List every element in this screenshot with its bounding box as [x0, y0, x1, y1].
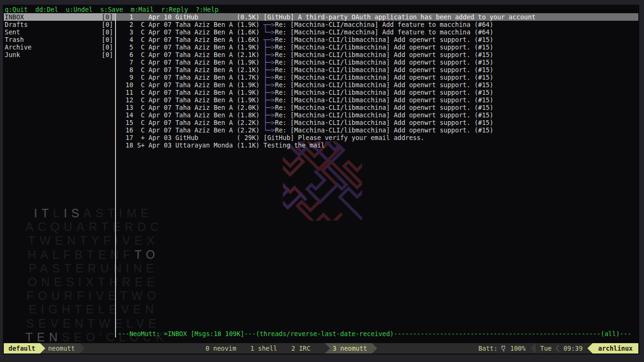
mail-row[interactable]: 5 C Apr 07 Taha Aziz Ben A (1.9K) ├─>Re:… — [116, 43, 638, 51]
mail-row-meta: 15 C Apr 07 Taha Aziz Ben A (2.2K) — [118, 119, 264, 126]
thread-tree-arrow: ├─> — [264, 51, 275, 58]
thread-tree-arrow: ├─> — [264, 81, 275, 89]
help-item: q:Quit — [5, 6, 28, 13]
mailbox-count: [0] — [102, 43, 113, 51]
neomutt-status-bar: ---NeoMutt: =INBOX [Msgs:18 109K]---(thr… — [116, 330, 638, 337]
tmux-session-name[interactable]: default — [4, 343, 40, 354]
mail-subject: Re: [Macchina-CLI/libmacchina] Add openw… — [275, 66, 493, 74]
sidebar-item-junk[interactable]: Junk[0] — [4, 51, 115, 58]
mailbox-count: [0] — [102, 13, 113, 21]
mail-subject: Re: [Macchina-CLI/macchina] Add feature … — [275, 28, 493, 36]
day-of-week: Tue — [540, 343, 552, 354]
mailbox-name: Trash — [5, 36, 24, 43]
mail-row[interactable]: 10 C Apr 07 Taha Aziz Ben A (1.9K) ├─>Re… — [116, 81, 638, 89]
help-item: ?:Help — [196, 6, 219, 13]
mail-row[interactable]: 16 C Apr 07 Taha Aziz Ben A (2.2K) └─>Re… — [116, 126, 638, 134]
help-item: u:Undel — [66, 6, 93, 13]
mail-row-meta: 2 C Apr 07 Taha Aziz Ben A (1.9K) — [118, 21, 264, 28]
powerline-arrow-icon — [587, 343, 593, 354]
powerline-arrow-icon — [530, 343, 536, 354]
mail-row[interactable]: 4 C Apr 07 Taha Aziz Ben A (1.6K) ┬─>Re:… — [116, 36, 638, 43]
powerline-arrow-icon — [372, 343, 377, 354]
thread-tree-arrow: ┬─> — [264, 36, 275, 43]
sidebar-item-inbox[interactable]: INBOX[0] — [4, 13, 115, 21]
mail-row-meta: 8 C Apr 07 Taha Aziz Ben A (2.1K) — [118, 66, 264, 74]
mail-subject: Re: [Macchina-CLI/libmacchina] Add openw… — [275, 36, 493, 43]
mail-row-meta: 11 C Apr 07 Taha Aziz Ben A (1.9K) — [118, 89, 264, 96]
mail-row-meta: 9 C Apr 07 Taha Aziz Ben A (1.7K) — [118, 74, 264, 81]
mail-row[interactable]: 7 C Apr 07 Taha Aziz Ben A (1.9K) ├─>Re:… — [116, 58, 638, 66]
mail-row-meta: 10 C Apr 07 Taha Aziz Ben A (1.9K) — [118, 81, 264, 89]
mail-row[interactable]: 15 C Apr 07 Taha Aziz Ben A (2.2K) ├─>Re… — [116, 119, 638, 126]
mail-row[interactable]: 13 C Apr 07 Taha Aziz Ben A (2.0K) ├─>Re… — [116, 104, 638, 111]
mail-row[interactable]: 17 + Apr 03 GitHub ( 29K) [GitHub] Pleas… — [116, 134, 638, 141]
tmux-window-label: 3 neomutt — [330, 343, 372, 354]
thread-tree-arrow: ├─> — [264, 58, 275, 66]
thread-tree-arrow: ├─> — [264, 74, 275, 81]
mail-row[interactable]: 1 Apr 10 GitHub (0.5K) [GitHub] A third-… — [116, 13, 638, 21]
mail-row[interactable]: 8 C Apr 07 Taha Aziz Ben A (2.1K) ├─>Re:… — [116, 66, 638, 74]
sidebar-item-trash[interactable]: Trash[0] — [4, 36, 115, 43]
mail-subject: Testing the mail — [264, 141, 325, 149]
mail-subject: Re: [Macchina-CLI/libmacchina] Add openw… — [275, 96, 493, 104]
thread-tree-arrow: ├─> — [264, 104, 275, 111]
mail-row-meta: 7 C Apr 07 Taha Aziz Ben A (1.9K) — [118, 58, 264, 66]
help-item: r:Reply — [161, 6, 188, 13]
mail-row[interactable]: 11 C Apr 07 Taha Aziz Ben A (1.9K) ├─>Re… — [116, 89, 638, 96]
mail-row[interactable]: 12 C Apr 07 Taha Aziz Ben A (1.9K) ├─>Re… — [116, 96, 638, 104]
terminal-window: ITLISASTIMEACQUARTERDCTWENTYFIVEXHALFBTE… — [3, 5, 639, 354]
mail-row-meta: 18 S+ Apr 03 Uttarayan Monda (1.1K) — [118, 141, 264, 149]
mail-row-meta: 6 C Apr 07 Taha Aziz Ben A (2.1K) — [118, 51, 264, 58]
mail-row[interactable]: 18 S+ Apr 03 Uttarayan Monda (1.1K) Test… — [116, 141, 638, 149]
mail-subject: Re: [Macchina-CLI/macchina] Add feature … — [275, 21, 493, 28]
battery-percentage: 100% — [510, 343, 526, 354]
sidebar-item-drafts[interactable]: Drafts[0] — [4, 21, 115, 28]
mail-row-meta: 5 C Apr 07 Taha Aziz Ben A (1.9K) — [118, 43, 264, 51]
neomutt-app: q:Quitdd:Delu:Undels:Savem:Mailr:Reply?:… — [4, 6, 638, 354]
mail-row-meta: 1 Apr 10 GitHub (0.5K) — [118, 13, 264, 21]
mailbox-name: Archive — [5, 43, 32, 51]
empty-area — [116, 149, 638, 330]
tmux-window-3-neomutt[interactable]: 3 neomutt — [325, 343, 372, 354]
mailbox-name: Sent — [5, 28, 20, 36]
thread-tree-arrow: ├─> — [264, 96, 275, 104]
thread-tree-arrow: └─> — [264, 28, 275, 36]
tmux-window-2-irc[interactable]: 2 IRC — [291, 343, 311, 354]
mail-row-meta: 4 C Apr 07 Taha Aziz Ben A (1.6K) — [118, 36, 264, 43]
thread-tree-arrow: ┬─> — [264, 21, 275, 28]
tmux-window-0-neovim[interactable]: 0 neovim — [206, 343, 236, 354]
clock-time: 09:39 — [563, 343, 583, 354]
mailbox-sidebar: INBOX[0]Drafts[0]Sent[0]Trash[0]Archive[… — [4, 13, 116, 337]
mailbox-count: [0] — [102, 36, 113, 43]
thread-tree-arrow: ├─> — [264, 119, 275, 126]
help-item: dd:Del — [35, 6, 58, 13]
tmux-session-sub[interactable]: neomutt — [40, 343, 80, 354]
tmux-window-1-shell[interactable]: 1 shell — [250, 343, 277, 354]
mail-subject: Re: [Macchina-CLI/libmacchina] Add openw… — [275, 111, 493, 119]
neomutt-help-bar: q:Quitdd:Delu:Undels:Savem:Mailr:Reply?:… — [4, 6, 638, 13]
mail-subject: [GitHub] Please verify your email addres… — [264, 134, 424, 141]
mail-row[interactable]: 6 C Apr 07 Taha Aziz Ben A (2.1K) ├─>Re:… — [116, 51, 638, 58]
mail-subject: Re: [Macchina-CLI/libmacchina] Add openw… — [275, 104, 493, 111]
powerline-arrow-icon — [40, 343, 45, 354]
mail-subject: Re: [Macchina-CLI/libmacchina] Add openw… — [275, 43, 493, 51]
mail-row-meta: 13 C Apr 07 Taha Aziz Ben A (2.0K) — [118, 104, 264, 111]
mail-subject: Re: [Macchina-CLI/libmacchina] Add openw… — [275, 119, 493, 126]
sidebar-item-archive[interactable]: Archive[0] — [4, 43, 115, 51]
mail-row[interactable]: 3 C Apr 07 Taha Aziz Ben A (1.6K) └─>Re:… — [116, 28, 638, 36]
mail-row[interactable]: 2 C Apr 07 Taha Aziz Ben A (1.9K) ┬─>Re:… — [116, 21, 638, 28]
mail-row-meta: 16 C Apr 07 Taha Aziz Ben A (2.2K) — [118, 126, 264, 134]
mailbox-count: [0] — [102, 51, 113, 58]
tmux-status-bar: default neomutt 0 neovim1 shell2 IRC3 ne… — [4, 343, 638, 354]
mail-row[interactable]: 14 C Apr 07 Taha Aziz Ben A (1.8K) ├─>Re… — [116, 111, 638, 119]
sidebar-item-sent[interactable]: Sent[0] — [4, 28, 115, 36]
mail-subject: Re: [Macchina-CLI/libmacchina] Add openw… — [275, 126, 493, 134]
thread-tree-arrow: ├─> — [264, 89, 275, 96]
neomutt-index: INBOX[0]Drafts[0]Sent[0]Trash[0]Archive[… — [4, 13, 638, 337]
mailbox-name: Junk — [5, 51, 20, 58]
help-item: s:Save — [100, 6, 123, 13]
mail-row[interactable]: 9 C Apr 07 Taha Aziz Ben A (1.7K) ├─>Re:… — [116, 74, 638, 81]
hostname-badge: archlinux — [593, 343, 638, 354]
tmux-status-right: Batt: 100% Tue 09:39 — [479, 343, 638, 354]
mail-subject: Re: [Macchina-CLI/libmacchina] Add openw… — [275, 89, 493, 96]
